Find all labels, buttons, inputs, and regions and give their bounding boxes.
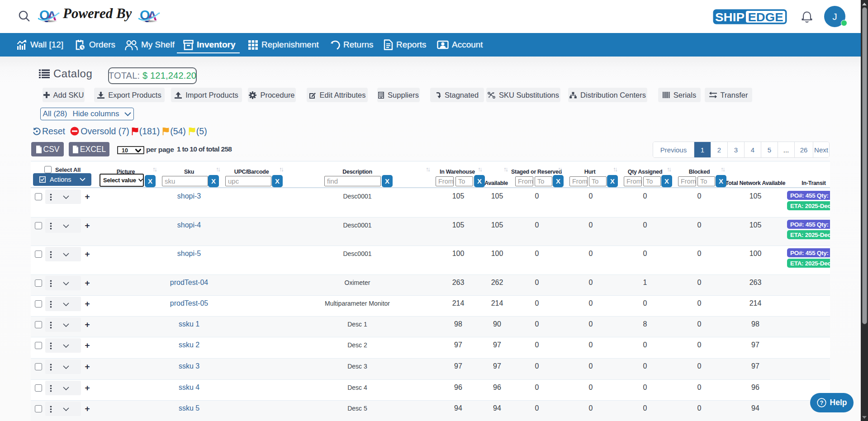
svg-text:EDGE: EDGE <box>748 11 783 24</box>
svg-text:SHIP: SHIP <box>715 11 745 24</box>
svg-text:?: ? <box>820 399 823 406</box>
